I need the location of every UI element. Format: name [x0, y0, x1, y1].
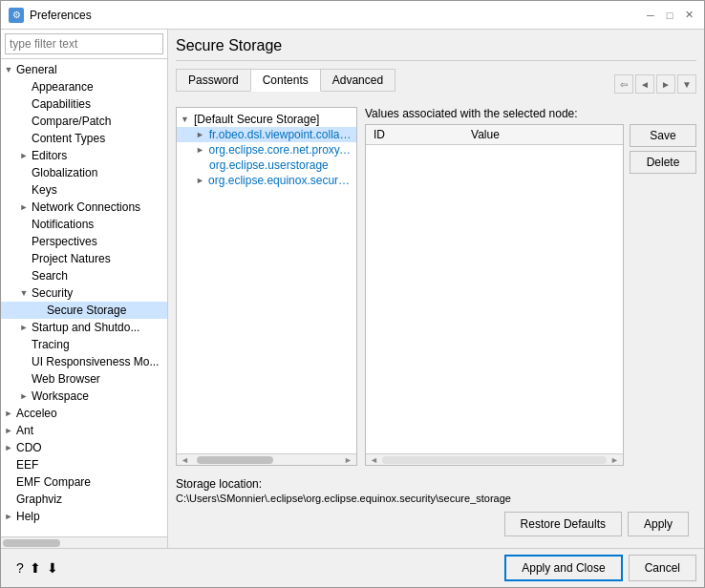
expand-icon [1, 457, 16, 472]
import-icon[interactable]: ⬇ [47, 560, 58, 576]
sidebar-item-web-browser[interactable]: Web Browser [1, 370, 167, 388]
sidebar-item-label: General [16, 63, 57, 76]
sidebar-item-label: Content Types [32, 132, 105, 145]
sidebar-item-notifications[interactable]: Notifications [1, 216, 167, 233]
minimize-button[interactable]: ─ [643, 8, 658, 23]
sidebar-item-security[interactable]: ▼ Security [1, 284, 167, 302]
nav-forward-button[interactable]: ► [656, 74, 675, 94]
titlebar: ⚙ Preferences ─ □ ✕ [1, 1, 704, 30]
expand-icon [16, 268, 32, 284]
sidebar-item-label: Project Natures [32, 252, 111, 265]
sidebar-item-globalization[interactable]: Globalization [1, 164, 167, 181]
restore-defaults-button[interactable]: Restore Defaults [504, 512, 622, 536]
values-table: ID Value [366, 125, 623, 289]
sidebar-item-label: Tracing [32, 338, 70, 351]
help-icon[interactable]: ? [16, 560, 24, 576]
expand-icon [16, 217, 32, 232]
storage-node-label: org.eclipse.core.net.proxy.a... [208, 143, 352, 157]
sidebar-item-startup-shutdown[interactable]: ► Startup and Shutdo... [1, 319, 167, 336]
tab-advanced[interactable]: Advanced [320, 69, 395, 92]
delete-button[interactable]: Delete [630, 151, 696, 174]
expand-icon [16, 182, 32, 198]
sidebar-item-help[interactable]: ► Help [1, 508, 167, 525]
sidebar-item-workspace[interactable]: ► Workspace [1, 388, 167, 405]
sidebar-item-acceleo[interactable]: ► Acceleo [1, 405, 167, 422]
sidebar-item-editors[interactable]: ► Editors [1, 147, 167, 164]
sidebar-item-content-types[interactable]: Content Types [1, 130, 167, 147]
export-icon[interactable]: ⬆ [30, 560, 41, 576]
tab-password[interactable]: Password [176, 69, 251, 92]
sidebar-item-ui-responsiveness[interactable]: UI Responsiveness Mo... [1, 353, 167, 370]
storage-location-label: Storage location: [176, 477, 696, 491]
expand-icon [16, 354, 32, 369]
scrollbar-left-arrow[interactable]: ◄ [370, 455, 378, 465]
main-panel: Secure Storage Password Contents Advance… [168, 30, 704, 548]
sidebar-item-tracing[interactable]: Tracing [1, 336, 167, 353]
storage-item-default[interactable]: ▼ [Default Secure Storage] [177, 112, 356, 127]
expand-icon [16, 79, 32, 94]
sidebar-item-label: Acceleo [16, 407, 57, 420]
nav-dropdown-button[interactable]: ▼ [677, 74, 696, 94]
expand-icon: ► [1, 423, 16, 438]
sidebar-item-network-connections[interactable]: ► Network Connections [1, 199, 167, 216]
values-area: Values associated with the selected node… [365, 107, 696, 466]
sidebar-item-label: Ant [16, 424, 33, 437]
sidebar-item-label: Graphviz [16, 493, 62, 506]
sidebar-item-graphviz[interactable]: Graphviz [1, 491, 167, 508]
storage-location-path: C:\Users\SMonnier\.eclipse\org.eclipse.e… [176, 493, 696, 504]
maximize-button[interactable]: □ [662, 8, 677, 23]
storage-item-userstorage[interactable]: org.eclipse.userstorage [177, 158, 356, 173]
sidebar-item-appearance[interactable]: Appearance [1, 78, 167, 95]
close-button[interactable]: ✕ [681, 8, 696, 23]
sidebar-item-label: Web Browser [32, 372, 100, 386]
scrollbar-thumb [3, 539, 60, 547]
save-button[interactable]: Save [630, 124, 696, 147]
expand-icon: ► [16, 200, 32, 215]
sidebar-item-label: Appearance [32, 80, 94, 94]
sidebar-item-emf-compare[interactable]: EMF Compare [1, 473, 167, 491]
sidebar-item-keys[interactable]: Keys [1, 181, 167, 199]
sidebar-item-perspectives[interactable]: Perspectives [1, 233, 167, 250]
cancel-button[interactable]: Cancel [629, 555, 696, 581]
sidebar-item-label: Secure Storage [47, 304, 126, 317]
apply-and-close-button[interactable]: Apply and Close [504, 555, 622, 581]
scrollbar-right-arrow[interactable]: ► [344, 455, 352, 465]
titlebar-controls: ─ □ ✕ [643, 8, 696, 23]
sidebar-horizontal-scrollbar[interactable] [1, 536, 167, 548]
storage-item-net-proxy[interactable]: ► org.eclipse.core.net.proxy.a... [177, 142, 356, 158]
sidebar-item-general[interactable]: ▼ General [1, 61, 167, 78]
sidebar-item-eef[interactable]: EEF [1, 456, 167, 473]
sidebar-item-compare-patch[interactable]: Compare/Patch [1, 113, 167, 130]
expand-icon [16, 337, 32, 352]
values-horizontal-scrollbar[interactable]: ◄ ► [366, 453, 623, 465]
sidebar-item-cdo[interactable]: ► CDO [1, 439, 167, 456]
sidebar-item-capabilities[interactable]: Capabilities [1, 95, 167, 113]
nav-home-button[interactable]: ⇦ [614, 74, 633, 94]
sidebar-item-label: EEF [16, 458, 38, 472]
sidebar-item-project-natures[interactable]: Project Natures [1, 250, 167, 267]
values-row: ID Value ◄ ► [365, 124, 696, 466]
preferences-window: ⚙ Preferences ─ □ ✕ ▼ General Appea [0, 0, 705, 588]
apply-button[interactable]: Apply [628, 512, 689, 536]
sidebar-item-ant[interactable]: ► Ant [1, 422, 167, 439]
sidebar-item-search[interactable]: Search [1, 267, 167, 284]
sidebar-item-label: Capabilities [32, 97, 91, 111]
expand-icon: ► [16, 320, 32, 335]
expand-icon-general: ▼ [1, 62, 16, 77]
tab-contents[interactable]: Contents [250, 69, 321, 92]
storage-item-equinox-secure[interactable]: ► org.eclipse.equinox.secure.s... [177, 173, 356, 188]
expand-icon [16, 131, 32, 146]
storage-node-label: [Default Secure Storage] [194, 113, 319, 126]
scrollbar-right-arrow[interactable]: ► [610, 455, 619, 465]
sidebar-item-label: UI Responsiveness Mo... [32, 355, 159, 368]
scrollbar-left-arrow[interactable]: ◄ [181, 455, 189, 465]
filter-input[interactable] [5, 33, 163, 54]
storage-node-label: org.eclipse.userstorage [209, 158, 329, 172]
expand-icon [16, 114, 32, 129]
nav-back-button[interactable]: ◄ [635, 74, 654, 94]
sidebar-item-label: Search [32, 269, 68, 283]
storage-item-viewpoint[interactable]: ► fr.obeo.dsl.viewpoint.collab... [177, 127, 356, 142]
sidebar-item-secure-storage[interactable]: Secure Storage [1, 302, 167, 319]
storage-node-label: fr.obeo.dsl.viewpoint.collab... [209, 128, 352, 141]
tree-panel-scrollbar[interactable]: ◄ ► [177, 453, 356, 465]
